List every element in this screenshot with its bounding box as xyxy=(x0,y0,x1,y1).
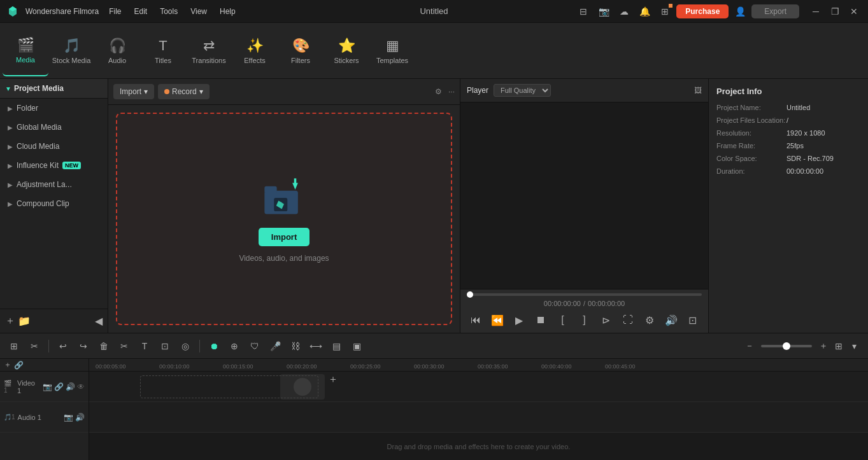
text-overlay-icon[interactable]: T xyxy=(136,337,153,355)
project-media-header[interactable]: ▼ Project Media xyxy=(0,79,108,99)
menu-help[interactable]: Help xyxy=(215,4,241,18)
import-button[interactable]: Import ▾ xyxy=(113,84,154,99)
audio-icon: 🎧 xyxy=(109,38,126,54)
toolbar-stickers[interactable]: ⭐ Stickers xyxy=(324,25,369,76)
window-close-btn[interactable]: ✕ xyxy=(845,3,863,20)
pip-icon[interactable]: ⊡ xyxy=(684,311,702,329)
sidebar-item-adjustment[interactable]: ▶ Adjustment La... xyxy=(0,175,108,194)
camera-icon[interactable]: 📷 xyxy=(595,3,613,20)
collapse-panel-icon[interactable]: ◀ xyxy=(95,315,103,327)
transitions-label: Transitions xyxy=(192,57,225,64)
stock-media-icon: 🎵 xyxy=(63,38,80,54)
toolbar-filters[interactable]: 🎨 Filters xyxy=(278,25,324,76)
play-icon[interactable]: ▶ xyxy=(510,311,528,329)
folder-add-icon[interactable]: 📁 xyxy=(18,315,31,327)
record-button[interactable]: Record ▾ xyxy=(158,84,210,99)
video-eye-icon[interactable]: 👁 xyxy=(77,382,85,391)
volume-icon[interactable]: 🔊 xyxy=(662,311,680,329)
player-header: Player Full Quality 🖼 xyxy=(460,79,708,102)
extract-icon[interactable]: ⊳ xyxy=(597,311,615,329)
ruler-mark-7: 00:00:40:00 xyxy=(541,363,572,370)
menu-view[interactable]: View xyxy=(185,4,212,18)
frame-back-icon[interactable]: ⏪ xyxy=(488,311,506,329)
window-maximize-btn[interactable]: ❐ xyxy=(826,3,844,20)
menu-edit[interactable]: Edit xyxy=(129,4,153,18)
redo-icon[interactable]: ↪ xyxy=(75,337,92,355)
zoom-slider[interactable] xyxy=(761,345,812,347)
toolbar-media[interactable]: 🎬 Media xyxy=(3,25,48,76)
minimize-window-icon[interactable]: ⊟ xyxy=(574,3,592,20)
video-link-icon[interactable]: 🔗 xyxy=(54,382,64,391)
grid-icon[interactable]: ⊞ xyxy=(835,341,843,351)
video-camera-icon[interactable]: 📷 xyxy=(43,382,52,391)
add-to-track-icon[interactable]: ＋ xyxy=(328,373,338,386)
more-options-icon[interactable]: ··· xyxy=(448,87,455,96)
snapshot-icon[interactable]: 🖼 xyxy=(694,86,702,95)
upload-icon[interactable]: ☁ xyxy=(615,3,633,20)
influence-kit-label: Influence Kit xyxy=(17,161,59,170)
quality-select[interactable]: Full Quality xyxy=(494,84,551,97)
audio-track-1-name: Audio 1 xyxy=(18,414,41,421)
crop-icon[interactable]: ⊡ xyxy=(156,337,174,355)
notification-icon[interactable]: 🔔 xyxy=(636,3,653,20)
undo-icon[interactable]: ↩ xyxy=(54,337,72,355)
ruler-mark-4: 00:00:25:00 xyxy=(350,363,381,370)
toolbar-stock-media[interactable]: 🎵 Stock Media xyxy=(48,25,94,76)
stop-icon[interactable]: ⏹ xyxy=(532,311,550,329)
purchase-button[interactable]: Purchase xyxy=(676,4,729,18)
add-media-icon[interactable]: ＋ xyxy=(5,314,15,328)
apps-icon[interactable]: ⊞ xyxy=(656,3,674,20)
microphone-icon[interactable]: 🎤 xyxy=(266,337,284,355)
toolbar-transitions[interactable]: ⇄ Transitions xyxy=(186,25,232,76)
cut-icon[interactable]: ✂ xyxy=(115,337,133,355)
add-track-icon[interactable]: ＋ xyxy=(4,359,11,370)
info-label-duration: Duration: xyxy=(716,167,786,175)
translate-icon[interactable]: ⟷ xyxy=(307,337,325,355)
adjust-icon[interactable]: ◎ xyxy=(176,337,194,355)
playhead-icon[interactable]: ⏺ xyxy=(205,337,223,355)
fullscreen-icon[interactable]: ⛶ xyxy=(619,311,637,329)
import-media-button[interactable]: Import xyxy=(259,228,309,246)
menu-file[interactable]: File xyxy=(104,4,126,18)
timeline-mode-icon[interactable]: ⊞ xyxy=(5,337,23,355)
player-area xyxy=(460,102,708,289)
sidebar-item-compound-clip[interactable]: ▶ Compound Clip xyxy=(0,194,108,213)
shield-icon[interactable]: 🛡 xyxy=(246,337,264,355)
player-tab[interactable]: Player xyxy=(467,86,488,95)
mask-icon[interactable]: ▣ xyxy=(348,337,366,355)
snap-icon[interactable]: ⊕ xyxy=(225,337,243,355)
timeline-settings-icon[interactable]: ▾ xyxy=(845,337,863,355)
track-link-icon[interactable]: 🔗 xyxy=(14,361,24,370)
zoom-out-icon[interactable]: － xyxy=(741,337,758,355)
toolbar-templates[interactable]: ▦ Templates xyxy=(369,25,415,76)
link-icon[interactable]: ⛓ xyxy=(287,337,304,355)
timeline-trim-icon[interactable]: ✂ xyxy=(25,337,43,355)
export-button[interactable]: Export xyxy=(751,4,799,18)
toolbar-audio[interactable]: 🎧 Audio xyxy=(94,25,140,76)
mark-out-icon[interactable]: ] xyxy=(575,311,593,329)
audio-camera-icon[interactable]: 📷 xyxy=(64,413,73,422)
settings-icon[interactable]: ⚙ xyxy=(641,311,658,329)
delete-icon[interactable]: 🗑 xyxy=(95,337,113,355)
project-info-title: Project Info xyxy=(716,87,860,96)
user-avatar[interactable]: 👤 xyxy=(731,3,749,20)
zoom-in-icon[interactable]: ＋ xyxy=(815,337,832,355)
ruler-mark-1: 00:00:10:00 xyxy=(159,363,190,370)
audio-sound-icon[interactable]: 🔊 xyxy=(75,413,85,422)
mark-in-icon[interactable]: [ xyxy=(553,311,571,329)
sidebar-item-cloud-media[interactable]: ▶ Cloud Media xyxy=(0,137,108,156)
sidebar-item-global-media[interactable]: ▶ Global Media xyxy=(0,118,108,137)
sidebar-item-folder[interactable]: ▶ Folder xyxy=(0,99,108,118)
toolbar-titles[interactable]: T Titles xyxy=(140,25,186,76)
player-panel: Player Full Quality 🖼 00:00:00:00 / 00:0… xyxy=(460,79,709,333)
subtitle-icon[interactable]: ▤ xyxy=(327,337,345,355)
video-audio-icon[interactable]: 🔊 xyxy=(66,382,75,391)
sidebar-item-influence-kit[interactable]: ▶ Influence Kit NEW xyxy=(0,156,108,175)
menu-tools[interactable]: Tools xyxy=(155,4,183,18)
window-minimize-btn[interactable]: ─ xyxy=(807,3,825,20)
filter-icon[interactable]: ⚙ xyxy=(435,87,442,96)
skip-back-icon[interactable]: ⏮ xyxy=(467,311,485,329)
progress-bar[interactable] xyxy=(467,293,702,296)
toolbar-effects[interactable]: ✨ Effects xyxy=(232,25,278,76)
media-drop-zone[interactable]: Import Videos, audio, and images xyxy=(116,113,452,325)
